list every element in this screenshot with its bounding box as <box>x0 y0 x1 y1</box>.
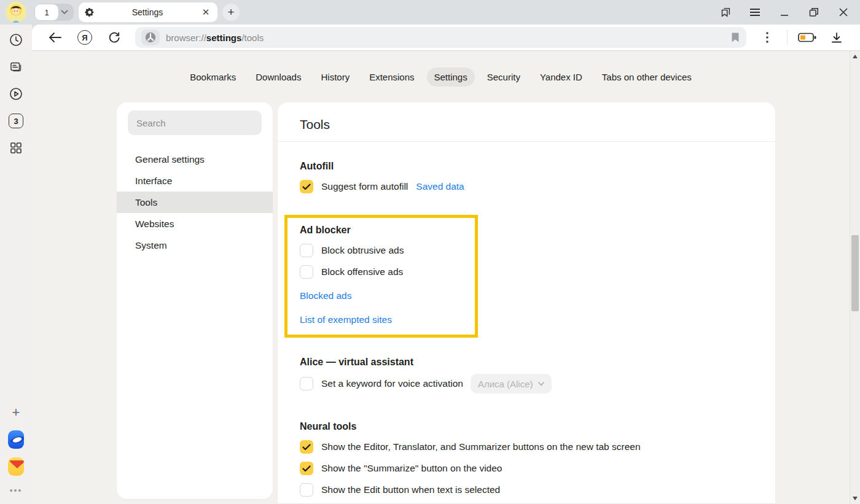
reload-icon[interactable] <box>105 28 123 47</box>
neural-summarize-video-checkbox[interactable] <box>300 462 313 475</box>
history-icon[interactable] <box>8 32 24 48</box>
tab-strip: 1 Settings ✕ + <box>0 0 860 25</box>
nav-bookmarks[interactable]: Bookmarks <box>182 68 243 87</box>
toolbar-divider <box>787 30 788 45</box>
nav-history[interactable]: History <box>313 68 357 87</box>
restore-icon[interactable] <box>807 6 821 19</box>
block-obtrusive-label: Block obtrusive ads <box>321 245 404 256</box>
voice-keyword-label: Set a keyword for voice activation <box>321 378 463 389</box>
neural-edit-button-checkbox[interactable] <box>300 483 313 497</box>
battery-icon[interactable] <box>798 28 816 47</box>
sidebar-item-websites[interactable]: Websites <box>117 213 273 235</box>
sidebar-item-tools[interactable]: Tools <box>117 192 273 213</box>
voice-keyword-checkbox[interactable] <box>300 377 313 390</box>
left-sidebar: 3 + <box>0 25 32 504</box>
new-tab-button[interactable]: + <box>222 4 240 21</box>
neural-summarize-video-label: Show the "Summarize" button on the video <box>321 463 502 474</box>
page-title: Tools <box>300 103 753 141</box>
block-offensive-checkbox[interactable] <box>300 265 313 279</box>
autofill-heading: Autofill <box>300 161 753 172</box>
ad-blocker-heading: Ad blocker <box>300 225 475 236</box>
neural-edit-button-label: Show the Edit button when text is select… <box>321 484 500 495</box>
menu-icon[interactable] <box>748 6 762 19</box>
search-input[interactable] <box>128 118 262 128</box>
browser-toolbar: Я browser://settings/tools <box>32 25 860 51</box>
settings-nav: Bookmarks Downloads History Extensions S… <box>32 68 850 87</box>
open-tabs-count[interactable]: 3 <box>9 114 23 128</box>
minimize-icon[interactable] <box>778 6 791 19</box>
nav-settings[interactable]: Settings <box>427 68 475 87</box>
close-window-icon[interactable] <box>837 6 850 19</box>
back-icon[interactable] <box>46 28 64 47</box>
add-shortcut-button[interactable]: + <box>8 405 24 421</box>
tools-settings-card: Tools Autofill Suggest form autofill Sav… <box>278 103 775 504</box>
profile-avatar[interactable] <box>6 2 26 23</box>
address-bar[interactable]: browser://settings/tools <box>135 27 746 48</box>
block-obtrusive-checkbox[interactable] <box>300 244 313 257</box>
keyword-dropdown[interactable]: Алиса (Alice) <box>471 374 552 394</box>
blocked-ads-link[interactable]: Blocked ads <box>300 290 351 301</box>
scrollbar-thumb[interactable] <box>851 235 859 311</box>
more-options-icon[interactable]: ••• <box>10 486 23 495</box>
neural-tools-heading: Neural tools <box>300 421 753 432</box>
sidebar-item-interface[interactable]: Interface <box>117 170 273 192</box>
kebab-menu-icon[interactable] <box>758 28 776 47</box>
feed-icon[interactable] <box>8 59 24 75</box>
tabs-panel-button[interactable]: 3 <box>8 113 24 129</box>
saved-data-link[interactable]: Saved data <box>416 181 464 192</box>
video-icon[interactable] <box>8 86 24 102</box>
nav-other-devices[interactable]: Tabs on other devices <box>595 68 699 87</box>
downloads-icon[interactable] <box>827 28 846 47</box>
suggest-autofill-label: Suggest form autofill <box>321 181 408 192</box>
services-grid-icon[interactable] <box>8 140 24 156</box>
alice-heading: Alice — virtual assistant <box>300 357 753 368</box>
scroll-up-icon[interactable] <box>853 55 858 58</box>
keyword-dropdown-value: Алиса (Alice) <box>478 379 533 389</box>
chevron-down-icon <box>538 382 544 386</box>
disk-app-icon[interactable] <box>8 432 24 448</box>
mail-app-icon[interactable] <box>8 459 24 475</box>
neural-newtab-label: Show the Editor, Translator, and Summari… <box>321 441 641 452</box>
tab-settings[interactable]: Settings ✕ <box>79 2 217 22</box>
sidebar-item-general[interactable]: General settings <box>117 149 273 170</box>
tab-counter-control[interactable]: 1 <box>34 4 74 21</box>
settings-search[interactable] <box>128 110 262 135</box>
suggest-autofill-checkbox[interactable] <box>300 180 313 193</box>
tab-title: Settings <box>95 7 200 17</box>
sidebar-item-system[interactable]: System <box>117 235 273 256</box>
settings-sidebar-card: General settings Interface Tools Website… <box>117 103 273 499</box>
close-tab-icon[interactable]: ✕ <box>200 7 211 18</box>
scroll-down-icon[interactable] <box>853 497 858 500</box>
nav-security[interactable]: Security <box>480 68 528 87</box>
bookmarks-panel-icon[interactable] <box>719 6 732 19</box>
tab-count-badge[interactable]: 1 <box>34 4 59 21</box>
yandex-home-icon[interactable]: Я <box>76 28 94 47</box>
gear-icon <box>85 7 95 17</box>
neural-newtab-checkbox[interactable] <box>300 440 313 454</box>
url-text: browser://settings/tools <box>166 33 264 43</box>
nav-downloads[interactable]: Downloads <box>248 68 308 87</box>
ad-blocker-highlight: Ad blocker Block obtrusive ads Block off… <box>284 215 478 338</box>
bookmark-icon[interactable] <box>730 32 740 43</box>
nav-extensions[interactable]: Extensions <box>362 68 421 87</box>
nav-yandex-id[interactable]: Yandex ID <box>533 68 590 87</box>
settings-page: Bookmarks Downloads History Extensions S… <box>32 51 850 504</box>
site-badge-icon[interactable] <box>141 29 160 45</box>
exempted-sites-link[interactable]: List of exempted sites <box>300 314 392 325</box>
page-scrollbar[interactable] <box>850 51 860 504</box>
block-offensive-label: Block offensive ads <box>321 266 403 277</box>
title-divider <box>278 141 775 142</box>
